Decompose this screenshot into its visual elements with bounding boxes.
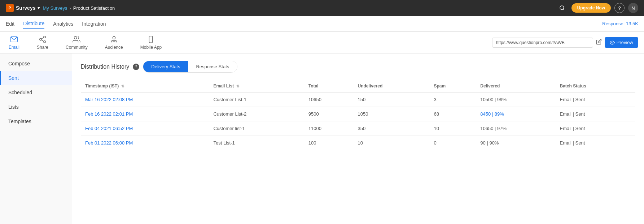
main-content: Compose Sent Scheduled Lists Templates D… — [0, 53, 644, 224]
table-header-row: Timestamp (IST) ⇅ Email List ⇅ Total Und… — [81, 80, 635, 92]
col-delivered: Delivered — [476, 80, 555, 92]
cell-delivered-3: 90 | 90% — [476, 136, 555, 150]
svg-point-9 — [113, 36, 115, 39]
response-stats-button[interactable]: Response Stats — [188, 61, 237, 72]
eye-icon — [610, 40, 615, 45]
pencil-icon — [596, 39, 602, 45]
cell-total-2: 11000 — [304, 121, 354, 136]
user-avatar[interactable]: N — [628, 3, 638, 13]
table-row: Mar 16 2022 02:08 PM Customer List-1 106… — [81, 92, 635, 107]
cell-timestamp-2[interactable]: Feb 04 2021 06:52 PM — [81, 121, 209, 136]
sidebar-item-sent[interactable]: Sent — [0, 71, 72, 85]
mobile-app-icon — [147, 35, 155, 43]
cell-spam-0: 3 — [429, 92, 476, 107]
cell-delivered-0: 10500 | 99% — [476, 92, 555, 107]
svg-point-0 — [560, 6, 564, 10]
secondary-nav-left: Edit Distribute Analytics Integration — [6, 19, 106, 29]
surveys-label: Surveys — [16, 5, 35, 11]
distribution-help-icon[interactable]: ? — [133, 64, 139, 70]
tool-bar-right: Preview — [492, 37, 638, 48]
cell-undelivered-2: 350 — [354, 121, 430, 136]
col-email-list: Email List ⇅ — [209, 80, 304, 92]
svg-line-6 — [41, 40, 44, 41]
col-undelivered: Undelivered — [354, 80, 430, 92]
cell-batch-status-0: Email | Sent — [555, 92, 635, 107]
cell-spam-3: 0 — [429, 136, 476, 150]
table-row: Feb 01 2022 06:00 PM Test List-1 100 10 … — [81, 136, 635, 150]
table-row: Feb 04 2021 06:52 PM Customer list-1 110… — [81, 121, 635, 136]
svg-rect-12 — [149, 36, 153, 42]
breadcrumb: My Surveys › Product Satisfaction — [43, 5, 115, 11]
search-button[interactable] — [556, 2, 568, 14]
survey-url-input[interactable] — [492, 38, 593, 48]
breadcrumb-my-surveys[interactable]: My Surveys — [43, 5, 67, 11]
upgrade-now-button[interactable]: Upgrade Now — [571, 3, 611, 13]
surveys-logo[interactable]: P Surveys ▾ — [6, 4, 40, 12]
svg-point-5 — [44, 40, 46, 43]
table-row: Feb 16 2022 02:01 PM Customer List-2 950… — [81, 107, 635, 121]
svg-point-8 — [74, 36, 77, 39]
cell-spam-2: 10 — [429, 121, 476, 136]
help-button[interactable]: ? — [614, 3, 625, 13]
nav-edit[interactable]: Edit — [6, 20, 14, 28]
preview-button[interactable]: Preview — [605, 37, 638, 48]
sort-icon-email-list[interactable]: ⇅ — [236, 84, 239, 88]
response-count: Response: 13.5K — [602, 21, 638, 26]
delivery-stats-button[interactable]: Delivery Stats — [143, 61, 188, 72]
col-timestamp: Timestamp (IST) ⇅ — [81, 80, 209, 92]
sidebar-item-compose[interactable]: Compose — [0, 56, 72, 71]
cell-undelivered-1: 1050 — [354, 107, 430, 121]
tool-share[interactable]: Share — [34, 33, 51, 53]
top-bar: P Surveys ▾ My Surveys › Product Satisfa… — [0, 0, 644, 16]
community-icon — [73, 35, 80, 43]
cell-timestamp-3[interactable]: Feb 01 2022 06:00 PM — [81, 136, 209, 150]
sidebar: Compose Sent Scheduled Lists Templates — [0, 53, 72, 224]
cell-email-list-2: Customer list-1 — [209, 121, 304, 136]
cell-undelivered-0: 150 — [354, 92, 430, 107]
col-total: Total — [304, 80, 354, 92]
distribution-table: Timestamp (IST) ⇅ Email List ⇅ Total Und… — [81, 80, 635, 150]
top-bar-left: P Surveys ▾ My Surveys › Product Satisfa… — [6, 4, 115, 12]
cell-total-3: 100 — [304, 136, 354, 150]
sort-icon-timestamp[interactable]: ⇅ — [121, 84, 124, 88]
nav-analytics[interactable]: Analytics — [53, 20, 73, 28]
audience-icon — [110, 35, 118, 43]
sidebar-item-scheduled[interactable]: Scheduled — [0, 85, 72, 100]
cell-batch-status-2: Email | Sent — [555, 121, 635, 136]
svg-point-3 — [44, 36, 46, 38]
sidebar-item-templates[interactable]: Templates — [0, 114, 72, 129]
cell-timestamp-1[interactable]: Feb 16 2022 02:01 PM — [81, 107, 209, 121]
tool-community[interactable]: Community — [63, 33, 91, 53]
surveys-dropdown-icon[interactable]: ▾ — [38, 5, 40, 10]
col-spam: Spam — [429, 80, 476, 92]
tool-email[interactable]: Email — [6, 33, 22, 53]
nav-distribute[interactable]: Distribute — [23, 19, 44, 29]
top-bar-right: Upgrade Now ? N — [556, 2, 638, 14]
cell-delivered-2: 10650 | 97% — [476, 121, 555, 136]
cell-batch-status-1: Email | Sent — [555, 107, 635, 121]
cell-spam-1: 68 — [429, 107, 476, 121]
cell-total-1: 9500 — [304, 107, 354, 121]
col-batch-status: Batch Status — [555, 80, 635, 92]
breadcrumb-current: Product Satisfaction — [73, 5, 115, 11]
cell-batch-status-3: Email | Sent — [555, 136, 635, 150]
nav-integration[interactable]: Integration — [82, 20, 106, 28]
stats-toggle-group: Delivery Stats Response Stats — [143, 61, 237, 73]
cell-delivered-1[interactable]: 8450 | 89% — [476, 107, 555, 121]
cell-undelivered-3: 10 — [354, 136, 430, 150]
tool-mobile-app[interactable]: Mobile App — [137, 33, 165, 53]
distribution-history-header: Distribution History ? Delivery Stats Re… — [81, 61, 635, 73]
cell-total-0: 10650 — [304, 92, 354, 107]
cell-email-list-0: Customer List-1 — [209, 92, 304, 107]
sidebar-item-lists[interactable]: Lists — [0, 100, 72, 114]
svg-line-7 — [41, 37, 44, 39]
cell-timestamp-0[interactable]: Mar 16 2022 02:08 PM — [81, 92, 209, 107]
distribution-history-title: Distribution History — [81, 64, 129, 70]
svg-point-4 — [40, 38, 42, 40]
breadcrumb-chevron: › — [69, 5, 71, 11]
tool-audience[interactable]: Audience — [102, 33, 126, 53]
edit-url-button[interactable] — [596, 39, 602, 46]
search-icon — [559, 5, 565, 11]
cell-email-list-3: Test List-1 — [209, 136, 304, 150]
svg-line-1 — [563, 9, 564, 10]
